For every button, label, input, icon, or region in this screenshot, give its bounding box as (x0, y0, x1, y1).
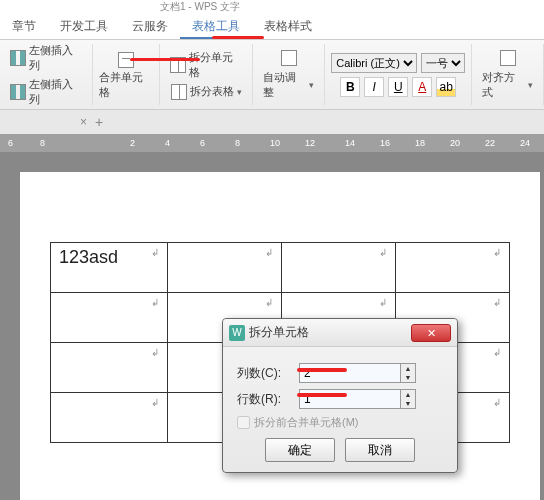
chevron-down-icon: ▾ (309, 80, 314, 90)
annotation-mark (297, 368, 347, 372)
insert-col-icon (10, 84, 26, 100)
align-icon (500, 50, 516, 66)
table-cell[interactable]: ↲ (168, 243, 282, 293)
spin-up[interactable]: ▲ (401, 390, 415, 399)
split-table-icon (171, 84, 187, 100)
wps-logo-icon: W (229, 325, 245, 341)
tab-section[interactable]: 章节 (0, 14, 48, 39)
auto-adjust-btn[interactable] (277, 48, 301, 68)
cols-label: 列数(C): (237, 365, 293, 382)
insert-col-icon (10, 50, 26, 66)
bold-button[interactable]: B (340, 77, 360, 97)
rows-label: 行数(R): (237, 391, 293, 408)
tab-devtools[interactable]: 开发工具 (48, 14, 120, 39)
table-cell[interactable]: ↲ (51, 293, 168, 343)
dialog-close-button[interactable]: ✕ (411, 324, 451, 342)
auto-adjust-label[interactable]: 自动调整▾ (259, 68, 318, 102)
cols-input[interactable] (300, 364, 400, 382)
table-cell[interactable]: ↲ (51, 393, 168, 443)
split-table-btn[interactable]: 拆分表格▾ (167, 82, 246, 102)
doc-tab-bar: × + (0, 110, 544, 134)
table-cell[interactable]: 123asd↲ (51, 243, 168, 293)
dialog-title: 拆分单元格 (249, 324, 309, 341)
annotation-mark (130, 58, 200, 61)
table-cell[interactable]: ↲ (51, 343, 168, 393)
align-btn[interactable] (496, 48, 520, 68)
ok-button[interactable]: 确定 (265, 438, 335, 462)
cols-spinner[interactable]: ▲▼ (299, 363, 416, 383)
merge-before-checkbox (237, 416, 250, 429)
align-label[interactable]: 对齐方式▾ (478, 68, 537, 102)
rows-spinner[interactable]: ▲▼ (299, 389, 416, 409)
annotation-mark (297, 393, 347, 397)
annotation-mark (212, 36, 264, 39)
close-doc-tab[interactable]: × (80, 115, 87, 129)
dialog-titlebar[interactable]: W 拆分单元格 ✕ (223, 319, 457, 347)
ribbon-tabs: 章节 开发工具 云服务 表格工具 表格样式 (0, 14, 544, 40)
split-cell-btn[interactable]: 拆分单元格 (166, 48, 246, 82)
ruler[interactable]: 68 24 68 1012 1416 1820 2224 (0, 134, 544, 152)
spin-up[interactable]: ▲ (401, 364, 415, 373)
underline-button[interactable]: U (388, 77, 408, 97)
insert-col-left-btn[interactable]: 左侧插入列 (6, 41, 86, 75)
font-size-select[interactable]: 一号 (421, 53, 465, 73)
title-bar: 文档1 - WPS 文字 (0, 0, 544, 14)
highlight-button[interactable]: ab (436, 77, 456, 97)
insert-col-left-btn-2[interactable]: 左侧插入列 (6, 75, 86, 109)
new-doc-tab[interactable]: + (95, 114, 103, 130)
spin-down[interactable]: ▼ (401, 373, 415, 382)
italic-button[interactable]: I (364, 77, 384, 97)
spin-down[interactable]: ▼ (401, 399, 415, 408)
table-cell[interactable]: ↲ (396, 243, 510, 293)
checkbox-label: 拆分前合并单元格(M) (254, 415, 359, 430)
font-color-button[interactable]: A (412, 77, 432, 97)
table-cell[interactable]: ↲ (282, 243, 396, 293)
chevron-down-icon: ▾ (528, 80, 533, 90)
auto-adjust-icon (281, 50, 297, 66)
tab-cloud[interactable]: 云服务 (120, 14, 180, 39)
ribbon: 左侧插入列 左侧插入列 合并单元格 拆分单元格 拆分表格▾ 自动调整▾ Cali… (0, 40, 544, 110)
font-name-select[interactable]: Calibri (正文) (331, 53, 417, 73)
cancel-button[interactable]: 取消 (345, 438, 415, 462)
merge-label: 合并单元格 (99, 70, 153, 100)
chevron-down-icon: ▾ (237, 87, 242, 97)
